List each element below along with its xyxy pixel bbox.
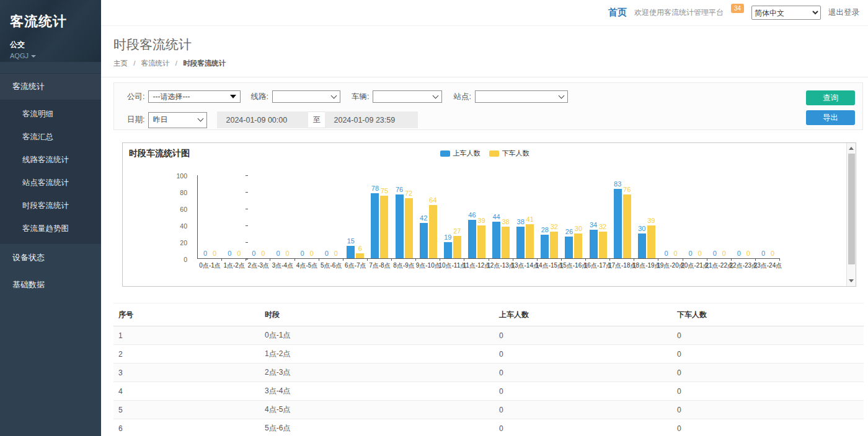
line-select[interactable] <box>272 90 340 103</box>
table-cell: 0 <box>672 382 864 401</box>
sidebar-item[interactable]: 基础数据 <box>0 271 101 299</box>
bar-group: 1566点-7点 <box>343 175 368 258</box>
welcome-text: 欢迎使用客流统计管理平台 <box>634 7 724 18</box>
breadcrumb-home[interactable]: 主页 <box>113 59 128 67</box>
bar-group: 78757点-8点 <box>368 175 392 258</box>
x-axis-tick-label: 3点-4点 <box>272 261 293 270</box>
scrollbar-thumb[interactable] <box>848 154 855 264</box>
sidebar-subitem[interactable]: 客流明细 <box>0 103 101 126</box>
bar-value-label: 0 <box>261 250 265 257</box>
breadcrumb-passenger-stats[interactable]: 客流统计 <box>141 59 170 67</box>
x-axis-tick-label: 0点-1点 <box>199 261 220 270</box>
table-cell: 0 <box>494 382 672 401</box>
date-label: 日期: <box>127 115 144 125</box>
col-header-period: 时段 <box>260 303 494 326</box>
chevron-down-icon <box>433 92 439 98</box>
sidebar-submenu: 客流明细客流汇总线路客流统计站点客流统计时段客流统计客流量趋势图 <box>0 100 101 244</box>
sidebar-subitem[interactable]: 时段客流统计 <box>0 194 101 217</box>
date-to-input[interactable]: 2024-01-09 23:59 <box>325 111 418 128</box>
x-axis-tick <box>585 258 586 261</box>
table-row: 21点-2点00 <box>113 345 864 364</box>
bar: 72 <box>405 198 413 258</box>
vehicle-label: 车辆: <box>352 92 369 102</box>
x-axis-tick <box>367 258 368 261</box>
bar: 41 <box>526 224 534 258</box>
sidebar-subitem[interactable]: 站点客流统计 <box>0 172 101 194</box>
dropdown-arrow-icon <box>230 95 236 98</box>
bar-value-label: 0 <box>722 250 726 257</box>
y-axis-tick-label: 40 <box>169 222 187 230</box>
x-axis-tick <box>270 258 270 261</box>
x-axis-tick-label: 4点-5点 <box>296 261 317 270</box>
home-link[interactable]: 首页 <box>608 7 627 19</box>
bar: 78 <box>371 193 379 258</box>
bar-value-label: 32 <box>551 223 558 230</box>
table-cell: 4 <box>113 382 260 401</box>
x-axis-tick-label: 2点-3点 <box>248 261 269 270</box>
station-select[interactable] <box>475 90 568 103</box>
scroll-down-icon[interactable] <box>847 276 856 286</box>
sidebar-subitem[interactable]: 客流量趋势图 <box>0 217 101 240</box>
bar-group: 343216点-17点 <box>586 175 610 258</box>
org-code-dropdown[interactable]: AQGJ <box>10 52 91 59</box>
filter-panel: 公司: ---请选择--- 线路: 车辆: 站点: 日期: 昨日 2024-01… <box>113 82 863 130</box>
bar-group: 0023点-24点 <box>756 175 780 258</box>
x-axis-tick-label: 5点-6点 <box>321 261 342 270</box>
x-axis-tick <box>731 258 732 261</box>
x-axis-tick <box>343 258 343 261</box>
date-preset-select[interactable]: 昨日 <box>148 112 207 128</box>
table-cell: 3点-4点 <box>260 382 494 401</box>
sidebar-item-passenger-stats[interactable]: 客流统计 <box>0 73 101 100</box>
company-select[interactable]: ---请选择--- <box>148 90 241 103</box>
bar: 39 <box>647 225 655 258</box>
table-row: 32点-3点00 <box>113 364 864 382</box>
table-cell: 3 <box>113 364 260 382</box>
sidebar-item[interactable]: 设备状态 <box>0 244 101 271</box>
vehicle-select[interactable] <box>373 90 442 103</box>
bar-value-label: 0 <box>213 250 216 257</box>
y-axis-tick-label: 0 <box>169 256 187 263</box>
x-axis-tick <box>609 258 610 261</box>
search-button[interactable]: 查询 <box>806 90 855 105</box>
x-axis-tick-label: 7点-8点 <box>369 261 390 270</box>
export-button[interactable]: 导出 <box>806 110 855 125</box>
bar: 75 <box>380 196 388 258</box>
page-title: 时段客流统计 <box>113 36 868 53</box>
bar: 26 <box>565 237 573 258</box>
logout-link[interactable]: 退出登录 <box>828 7 859 18</box>
bar: 28 <box>541 235 549 258</box>
topbar: 首页 欢迎使用客流统计管理平台 34 简体中文 退出登录 <box>101 0 868 26</box>
date-from-input[interactable]: 2024-01-09 00:00 <box>217 111 308 128</box>
notification-badge[interactable]: 34 <box>731 4 744 13</box>
x-axis-tick <box>707 258 707 261</box>
bar-group: 443812点-13点 <box>489 175 513 258</box>
bar-value-label: 30 <box>575 225 582 232</box>
bar-value-label: 0 <box>301 250 304 257</box>
sidebar-subitem[interactable]: 客流汇总 <box>0 126 101 149</box>
breadcrumb-current: 时段客流统计 <box>183 59 226 67</box>
bar-value-label: 0 <box>737 250 741 257</box>
chart-vertical-scrollbar[interactable] <box>846 143 856 286</box>
bar-value-label: 34 <box>590 221 597 229</box>
sidebar-subitem[interactable]: 线路客流统计 <box>0 149 101 172</box>
x-axis-tick-label: 9点-10点 <box>416 261 441 270</box>
table-cell: 2 <box>113 345 260 364</box>
line-label: 线路: <box>250 92 268 102</box>
x-axis-tick <box>561 258 562 261</box>
bar-value-label: 0 <box>285 250 289 257</box>
bar-value-label: 19 <box>444 233 451 241</box>
legend-item[interactable]: 上车人数 <box>440 149 480 158</box>
y-axis-tick-label: 100 <box>169 172 187 180</box>
bar: 30 <box>638 233 646 259</box>
table-cell: 0 <box>494 419 672 436</box>
bar-group: 0021点-22点 <box>707 175 732 258</box>
language-select[interactable]: 简体中文 <box>751 6 821 20</box>
bar-value-label: 27 <box>453 227 461 235</box>
x-axis-tick <box>221 258 222 261</box>
table-header-row: 序号 时段 上车人数 下车人数 <box>113 303 864 326</box>
bar-value-label: 15 <box>347 237 355 245</box>
bar-value-label: 0 <box>689 250 693 257</box>
legend-item[interactable]: 下车人数 <box>489 149 529 158</box>
scroll-up-icon[interactable] <box>847 144 856 153</box>
bar-value-label: 0 <box>746 250 750 257</box>
